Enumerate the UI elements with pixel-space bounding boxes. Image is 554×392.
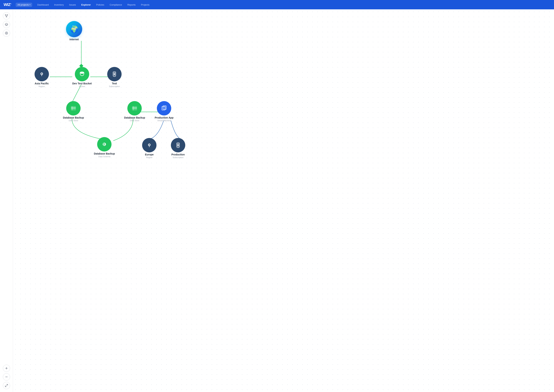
nav-explorer[interactable]: Explorer xyxy=(79,2,93,7)
logo-sup: + xyxy=(10,3,11,5)
logo[interactable]: WIZ+ xyxy=(4,2,11,7)
nav-projects[interactable]: Projects xyxy=(139,2,152,7)
nav-dashboard[interactable]: Dashboard xyxy=(35,2,51,7)
nav-inventory[interactable]: Inventory xyxy=(52,2,66,7)
nav-policies[interactable]: Policies xyxy=(94,2,106,7)
logo-text: WIZ xyxy=(4,2,10,7)
nav-compliance[interactable]: Compliance xyxy=(108,2,124,7)
nav-reports[interactable]: Reports xyxy=(125,2,138,7)
project-selector-label: All projects xyxy=(17,3,29,6)
navbar: WIZ+ All projects ▾ Dashboard Inventory … xyxy=(0,0,554,9)
chevron-down-icon: ▾ xyxy=(29,4,30,6)
nav-issues[interactable]: Issues xyxy=(67,2,78,7)
project-selector[interactable]: All projects ▾ xyxy=(16,3,32,7)
